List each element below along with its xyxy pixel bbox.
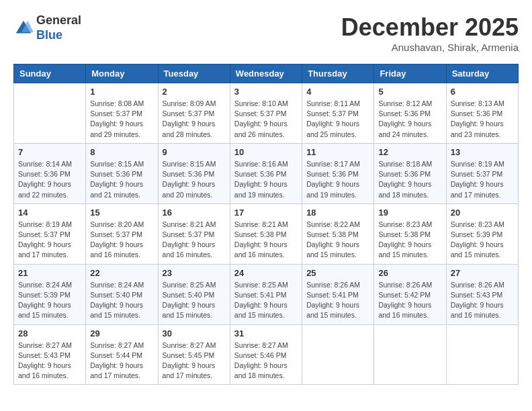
calendar-cell: 5Sunrise: 8:12 AM Sunset: 5:36 PM Daylig…	[374, 83, 446, 144]
calendar-cell	[14, 83, 86, 144]
day-number: 30	[163, 328, 226, 338]
calendar-cell: 22Sunrise: 8:24 AM Sunset: 5:40 PM Dayli…	[86, 264, 158, 324]
calendar-cell	[374, 324, 446, 385]
calendar-cell: 6Sunrise: 8:13 AM Sunset: 5:36 PM Daylig…	[446, 83, 518, 144]
calendar-cell: 7Sunrise: 8:14 AM Sunset: 5:36 PM Daylig…	[14, 143, 86, 203]
page-header: General Blue December 2025 Anushavan, Sh…	[13, 13, 519, 53]
day-number: 24	[234, 268, 298, 278]
day-number: 14	[18, 208, 81, 218]
day-info: Sunrise: 8:27 AM Sunset: 5:44 PM Dayligh…	[90, 340, 153, 381]
col-header-monday: Monday	[86, 64, 158, 83]
col-header-sunday: Sunday	[14, 64, 86, 83]
day-info: Sunrise: 8:09 AM Sunset: 5:37 PM Dayligh…	[163, 99, 226, 140]
col-header-saturday: Saturday	[446, 64, 518, 83]
col-header-tuesday: Tuesday	[158, 64, 230, 83]
day-number: 2	[163, 87, 226, 97]
calendar-cell: 13Sunrise: 8:19 AM Sunset: 5:37 PM Dayli…	[446, 143, 518, 203]
logo: General Blue	[13, 13, 81, 42]
calendar-table: SundayMondayTuesdayWednesdayThursdayFrid…	[13, 64, 519, 385]
calendar-cell	[446, 324, 518, 385]
day-number: 7	[18, 147, 81, 157]
day-number: 23	[163, 268, 226, 278]
day-info: Sunrise: 8:27 AM Sunset: 5:46 PM Dayligh…	[234, 340, 298, 381]
location-subtitle: Anushavan, Shirak, Armenia	[341, 42, 519, 53]
day-info: Sunrise: 8:21 AM Sunset: 5:37 PM Dayligh…	[163, 220, 226, 261]
day-number: 9	[163, 147, 226, 157]
logo-icon	[13, 18, 34, 38]
day-info: Sunrise: 8:27 AM Sunset: 5:43 PM Dayligh…	[18, 340, 81, 381]
calendar-cell: 4Sunrise: 8:11 AM Sunset: 5:37 PM Daylig…	[302, 83, 374, 144]
day-info: Sunrise: 8:14 AM Sunset: 5:36 PM Dayligh…	[18, 159, 81, 200]
calendar-cell: 25Sunrise: 8:26 AM Sunset: 5:41 PM Dayli…	[302, 264, 374, 324]
day-number: 31	[234, 328, 298, 338]
calendar-cell	[302, 324, 374, 385]
day-info: Sunrise: 8:20 AM Sunset: 5:37 PM Dayligh…	[90, 220, 153, 261]
day-info: Sunrise: 8:25 AM Sunset: 5:41 PM Dayligh…	[234, 280, 298, 321]
calendar-cell: 24Sunrise: 8:25 AM Sunset: 5:41 PM Dayli…	[230, 264, 302, 324]
calendar-cell: 1Sunrise: 8:08 AM Sunset: 5:37 PM Daylig…	[86, 83, 158, 144]
day-number: 13	[451, 147, 514, 157]
calendar-cell: 11Sunrise: 8:17 AM Sunset: 5:36 PM Dayli…	[302, 143, 374, 203]
day-info: Sunrise: 8:24 AM Sunset: 5:40 PM Dayligh…	[90, 280, 153, 321]
calendar-cell: 20Sunrise: 8:23 AM Sunset: 5:39 PM Dayli…	[446, 203, 518, 264]
calendar-cell: 30Sunrise: 8:27 AM Sunset: 5:45 PM Dayli…	[158, 324, 230, 385]
col-header-wednesday: Wednesday	[230, 64, 302, 83]
day-number: 25	[306, 268, 369, 278]
calendar-cell: 21Sunrise: 8:24 AM Sunset: 5:39 PM Dayli…	[14, 264, 86, 324]
calendar-cell: 17Sunrise: 8:21 AM Sunset: 5:38 PM Dayli…	[230, 203, 302, 264]
calendar-cell: 28Sunrise: 8:27 AM Sunset: 5:43 PM Dayli…	[14, 324, 86, 385]
day-info: Sunrise: 8:25 AM Sunset: 5:40 PM Dayligh…	[163, 280, 226, 321]
calendar-cell: 14Sunrise: 8:19 AM Sunset: 5:37 PM Dayli…	[14, 203, 86, 264]
calendar-cell: 9Sunrise: 8:15 AM Sunset: 5:36 PM Daylig…	[158, 143, 230, 203]
calendar-cell: 15Sunrise: 8:20 AM Sunset: 5:37 PM Dayli…	[86, 203, 158, 264]
day-number: 27	[451, 268, 514, 278]
day-number: 16	[163, 208, 226, 218]
day-info: Sunrise: 8:26 AM Sunset: 5:41 PM Dayligh…	[306, 280, 369, 321]
day-info: Sunrise: 8:19 AM Sunset: 5:37 PM Dayligh…	[451, 159, 514, 200]
calendar-cell: 8Sunrise: 8:15 AM Sunset: 5:36 PM Daylig…	[86, 143, 158, 203]
day-info: Sunrise: 8:27 AM Sunset: 5:45 PM Dayligh…	[163, 340, 226, 381]
day-number: 1	[90, 87, 153, 97]
day-info: Sunrise: 8:18 AM Sunset: 5:36 PM Dayligh…	[378, 159, 441, 200]
day-info: Sunrise: 8:13 AM Sunset: 5:36 PM Dayligh…	[451, 99, 514, 140]
calendar-cell: 27Sunrise: 8:26 AM Sunset: 5:43 PM Dayli…	[446, 264, 518, 324]
day-info: Sunrise: 8:15 AM Sunset: 5:36 PM Dayligh…	[163, 159, 226, 200]
day-number: 8	[90, 147, 153, 157]
calendar-cell: 12Sunrise: 8:18 AM Sunset: 5:36 PM Dayli…	[374, 143, 446, 203]
day-number: 19	[378, 208, 441, 218]
calendar-cell: 18Sunrise: 8:22 AM Sunset: 5:38 PM Dayli…	[302, 203, 374, 264]
logo-text: General Blue	[36, 13, 81, 42]
day-info: Sunrise: 8:12 AM Sunset: 5:36 PM Dayligh…	[378, 99, 441, 140]
day-number: 11	[306, 147, 369, 157]
calendar-cell: 26Sunrise: 8:26 AM Sunset: 5:42 PM Dayli…	[374, 264, 446, 324]
day-info: Sunrise: 8:23 AM Sunset: 5:38 PM Dayligh…	[378, 220, 441, 261]
day-info: Sunrise: 8:15 AM Sunset: 5:36 PM Dayligh…	[90, 159, 153, 200]
calendar-cell: 2Sunrise: 8:09 AM Sunset: 5:37 PM Daylig…	[158, 83, 230, 144]
day-number: 6	[451, 87, 514, 97]
calendar-cell: 31Sunrise: 8:27 AM Sunset: 5:46 PM Dayli…	[230, 324, 302, 385]
month-title: December 2025	[341, 13, 519, 42]
day-info: Sunrise: 8:11 AM Sunset: 5:37 PM Dayligh…	[306, 99, 369, 140]
day-number: 4	[306, 87, 369, 97]
calendar-cell: 10Sunrise: 8:16 AM Sunset: 5:36 PM Dayli…	[230, 143, 302, 203]
title-section: December 2025 Anushavan, Shirak, Armenia	[341, 13, 519, 53]
calendar-cell: 3Sunrise: 8:10 AM Sunset: 5:37 PM Daylig…	[230, 83, 302, 144]
day-number: 12	[378, 147, 441, 157]
day-info: Sunrise: 8:10 AM Sunset: 5:37 PM Dayligh…	[234, 99, 298, 140]
day-number: 21	[18, 268, 81, 278]
day-number: 26	[378, 268, 441, 278]
day-number: 17	[234, 208, 298, 218]
day-number: 29	[90, 328, 153, 338]
day-info: Sunrise: 8:22 AM Sunset: 5:38 PM Dayligh…	[306, 220, 369, 261]
calendar-cell: 16Sunrise: 8:21 AM Sunset: 5:37 PM Dayli…	[158, 203, 230, 264]
day-info: Sunrise: 8:08 AM Sunset: 5:37 PM Dayligh…	[90, 99, 153, 140]
day-info: Sunrise: 8:21 AM Sunset: 5:38 PM Dayligh…	[234, 220, 298, 261]
day-info: Sunrise: 8:23 AM Sunset: 5:39 PM Dayligh…	[451, 220, 514, 261]
logo-blue: Blue	[36, 28, 81, 43]
day-info: Sunrise: 8:16 AM Sunset: 5:36 PM Dayligh…	[234, 159, 298, 200]
day-info: Sunrise: 8:24 AM Sunset: 5:39 PM Dayligh…	[18, 280, 81, 321]
day-number: 20	[451, 208, 514, 218]
day-number: 22	[90, 268, 153, 278]
day-number: 3	[234, 87, 298, 97]
calendar-cell: 23Sunrise: 8:25 AM Sunset: 5:40 PM Dayli…	[158, 264, 230, 324]
